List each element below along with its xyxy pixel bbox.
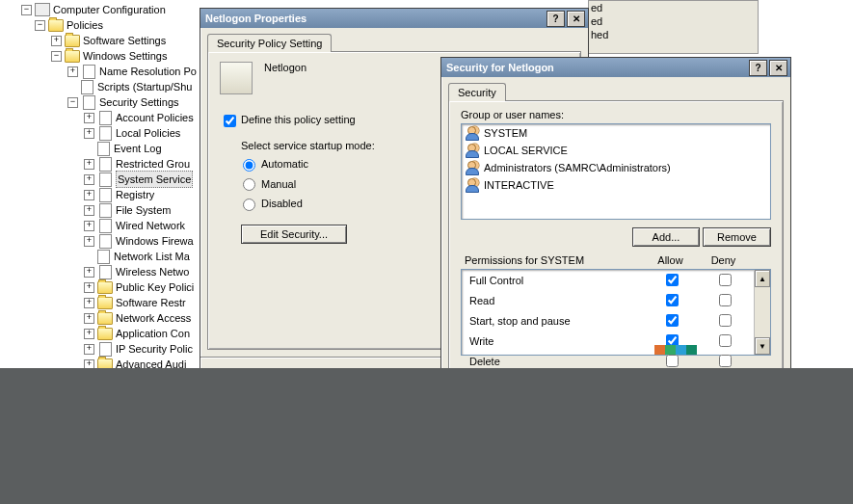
help-button[interactable]: ?	[749, 60, 767, 76]
expand-icon[interactable]: +	[84, 190, 94, 200]
bg-text: ed	[589, 1, 758, 14]
expand-icon[interactable]: +	[84, 344, 94, 355]
tree-item[interactable]: Network List Ma	[114, 249, 190, 264]
tree-item[interactable]: Security Settings	[99, 94, 179, 110]
policy-icon	[99, 188, 112, 202]
edit-security-button[interactable]: Edit Security...	[241, 225, 347, 244]
folder-icon	[97, 328, 113, 340]
permissions-listbox[interactable]: Full ControlReadStart, stop and pauseWri…	[461, 269, 771, 356]
tree-item[interactable]: Account Policies	[116, 110, 194, 125]
close-button[interactable]: ✕	[567, 11, 585, 27]
tree-item[interactable]: Public Key Polici	[116, 279, 194, 295]
list-item: INTERACTIVE	[462, 176, 770, 194]
tree-item[interactable]: Network Access	[116, 310, 191, 326]
expand-icon[interactable]: +	[84, 113, 94, 123]
radio-disabled[interactable]	[243, 199, 255, 211]
folder-icon	[65, 50, 80, 63]
permission-row: Full Control	[462, 270, 755, 290]
scrollbar[interactable]: ▲ ▼	[754, 270, 770, 355]
policy-icon	[99, 157, 112, 172]
deny-checkbox[interactable]	[719, 314, 732, 327]
expand-icon[interactable]: +	[84, 298, 94, 308]
define-policy-checkbox[interactable]	[224, 115, 236, 127]
tree-item[interactable]: IP Security Polic	[116, 341, 193, 357]
perm-name: Delete	[469, 356, 645, 367]
collapse-icon[interactable]: −	[35, 20, 45, 31]
tree-item[interactable]: File System	[116, 202, 171, 218]
dialog-title: Security for Netlogon	[444, 62, 747, 73]
tree-item[interactable]: Software Restr	[116, 295, 186, 310]
perm-name: Write	[469, 335, 645, 347]
allow-checkbox[interactable]	[666, 314, 679, 327]
folder-icon	[97, 281, 113, 294]
scroll-up-icon[interactable]: ▲	[755, 270, 770, 287]
radio-automatic[interactable]	[243, 159, 255, 172]
add-button[interactable]: Add...	[632, 227, 700, 247]
help-button[interactable]: ?	[546, 11, 565, 27]
policy-icon	[99, 234, 112, 249]
expand-icon[interactable]: +	[84, 282, 94, 293]
expand-icon[interactable]: +	[84, 221, 94, 231]
tab-security-policy[interactable]: Security Policy Setting	[207, 34, 332, 52]
expand-icon[interactable]: +	[84, 205, 94, 216]
titlebar[interactable]: Security for Netlogon ? ✕	[441, 58, 790, 77]
permissions-label: Permissions for SYSTEM	[465, 254, 644, 266]
collapse-icon[interactable]: −	[51, 51, 62, 62]
collapse-icon[interactable]: −	[67, 97, 78, 108]
radio-label: Automatic	[261, 158, 308, 170]
policy-icon	[83, 65, 95, 79]
script-icon	[81, 80, 93, 94]
expand-icon[interactable]: +	[84, 128, 94, 139]
tree-item[interactable]: Application Con	[116, 326, 190, 341]
allow-checkbox[interactable]	[666, 274, 679, 286]
policy-icon	[99, 219, 112, 233]
tree-item[interactable]: Software Settings	[83, 33, 166, 48]
tree-item[interactable]: Windows Settings	[83, 48, 167, 64]
users-listbox[interactable]: SYSTEM LOCAL SERVICE Administrators (SAM…	[461, 123, 771, 220]
tree-item[interactable]: Name Resolution Po	[99, 64, 197, 79]
expand-icon[interactable]: +	[84, 329, 94, 339]
deny-checkbox[interactable]	[719, 274, 732, 286]
expand-icon[interactable]: +	[84, 159, 94, 170]
tree-item[interactable]: Scripts (Startup/Shu	[97, 79, 192, 94]
deny-checkbox[interactable]	[719, 294, 732, 306]
close-button[interactable]: ✕	[769, 60, 787, 76]
expand-icon[interactable]: +	[84, 236, 94, 247]
tree-item[interactable]: Event Log	[114, 141, 162, 156]
tree-root[interactable]: Computer Configuration	[53, 2, 166, 17]
tree-item-selected[interactable]: System Service	[116, 171, 193, 188]
expand-icon[interactable]: +	[84, 267, 94, 278]
tree-item[interactable]: Restricted Grou	[116, 156, 190, 172]
expand-icon[interactable]: +	[84, 174, 94, 185]
security-icon	[83, 95, 95, 110]
lower-region	[0, 368, 853, 504]
permission-row: Start, stop and pause	[462, 310, 755, 331]
tree-item[interactable]: Wired Network	[116, 218, 185, 233]
titlebar[interactable]: Netlogon Properties ? ✕	[200, 9, 588, 28]
deny-checkbox[interactable]	[719, 334, 732, 347]
gpo-tree[interactable]: −Computer Configuration −Policies +Softw…	[21, 2, 209, 368]
policy-icon	[99, 126, 112, 141]
policy-icon	[97, 250, 110, 264]
allow-checkbox[interactable]	[666, 294, 679, 306]
radio-manual[interactable]	[243, 178, 255, 191]
collapse-icon[interactable]: −	[21, 5, 32, 15]
service-icon	[220, 62, 253, 94]
folder-icon	[48, 19, 64, 32]
expand-icon[interactable]: +	[67, 66, 78, 77]
tree-item[interactable]: Local Policies	[116, 125, 180, 141]
tree-item[interactable]: Policies	[67, 17, 103, 33]
tree-item[interactable]: Registry	[116, 187, 154, 202]
user-icon	[465, 177, 480, 193]
expand-icon[interactable]: +	[84, 313, 94, 324]
computer-icon	[35, 3, 50, 16]
remove-button[interactable]: Remove	[703, 227, 771, 247]
expand-icon[interactable]: +	[51, 36, 62, 46]
allow-checkbox[interactable]	[666, 355, 679, 367]
tree-item[interactable]: Windows Firewa	[116, 233, 194, 249]
perm-name: Full Control	[469, 275, 645, 286]
deny-checkbox[interactable]	[719, 355, 732, 367]
tab-security[interactable]: Security	[448, 83, 506, 101]
tree-item[interactable]: Wireless Netwo	[116, 264, 189, 279]
scroll-down-icon[interactable]: ▼	[755, 337, 770, 355]
